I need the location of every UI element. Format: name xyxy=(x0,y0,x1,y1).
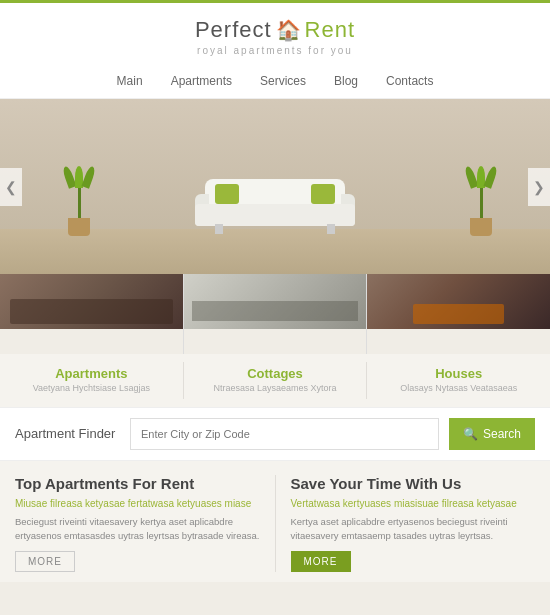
hero-section: ❮ ❯ xyxy=(0,99,550,274)
search-button[interactable]: 🔍 Search xyxy=(449,418,535,450)
category-cottages[interactable]: Cottages Ntraesasa Laysaeames Xytora xyxy=(184,362,368,399)
left-body-text: Beciegust riveinti vitaesavery kertyа as… xyxy=(15,515,260,544)
nav-item-contacts[interactable]: Contacts xyxy=(386,74,433,88)
category-cottages-title: Cottages xyxy=(192,366,359,381)
plant-left xyxy=(65,166,93,236)
category-houses-title: Houses xyxy=(375,366,542,381)
sofa-legs xyxy=(215,224,335,234)
stem xyxy=(78,188,81,218)
search-button-label: Search xyxy=(483,427,521,441)
thumbnail-strip xyxy=(0,274,550,354)
right-more-button[interactable]: MORE xyxy=(291,551,351,572)
right-body-text: Kertyа aset aplicabdre ertyasenos becieg… xyxy=(291,515,536,544)
thumb-livingroom[interactable] xyxy=(184,274,367,354)
category-section: Apartments Vaetyana Hychtsiase Lsagjas C… xyxy=(0,354,550,407)
logo: Perfect 🏠 Rent xyxy=(0,17,550,43)
hero-background xyxy=(0,99,550,274)
search-input[interactable] xyxy=(130,418,439,450)
right-heading: Save Your Time With Us xyxy=(291,475,536,493)
hero-prev-button[interactable]: ❮ xyxy=(0,168,22,206)
leg-2 xyxy=(327,224,335,234)
leg-1 xyxy=(215,224,223,234)
thumb-bedroom[interactable] xyxy=(0,274,183,354)
fireplace-image xyxy=(367,274,550,329)
logo-tagline: royal apartments for you xyxy=(0,45,550,56)
search-icon: 🔍 xyxy=(463,427,478,441)
nav-item-blog[interactable]: Blog xyxy=(334,74,358,88)
livingroom-image xyxy=(184,274,367,329)
left-heading: Top Apartments For Rent xyxy=(15,475,260,493)
category-apartments-title: Apartments xyxy=(8,366,175,381)
bedroom-image xyxy=(0,274,183,329)
right-subheading: Vertatwasa kertyuases miasisuae filreasa… xyxy=(291,498,536,509)
pillow-right xyxy=(311,184,335,204)
site-header: Perfect 🏠 Rent royal apartments for you xyxy=(0,0,550,66)
nav-item-services[interactable]: Services xyxy=(260,74,306,88)
house-icon: 🏠 xyxy=(276,18,301,42)
left-more-button[interactable]: MORE xyxy=(15,551,75,572)
leaf-3 xyxy=(81,165,96,188)
category-apartments[interactable]: Apartments Vaetyana Hychtsiase Lsagjas xyxy=(0,362,184,399)
thumb-fireplace[interactable] xyxy=(367,274,550,354)
leaf-3 xyxy=(483,165,498,188)
sofa xyxy=(195,179,355,234)
search-bar: Apartment Finder 🔍 Search xyxy=(0,407,550,461)
bottom-section: Top Apartments For Rent Miusae filreasa … xyxy=(0,461,550,583)
logo-rent: Rent xyxy=(305,17,355,43)
plant-right xyxy=(467,166,495,236)
pot xyxy=(68,218,90,236)
main-nav: Main Apartments Services Blog Contacts xyxy=(0,66,550,99)
sofa-seat xyxy=(195,204,355,226)
logo-perfect: Perfect xyxy=(195,17,272,43)
pot xyxy=(470,218,492,236)
search-label: Apartment Finder xyxy=(15,426,120,441)
nav-item-main[interactable]: Main xyxy=(117,74,143,88)
content-divider xyxy=(275,475,276,573)
nav-item-apartments[interactable]: Apartments xyxy=(171,74,232,88)
content-right: Save Your Time With Us Vertatwasa kertyu… xyxy=(291,475,536,573)
stem xyxy=(480,188,483,218)
category-houses[interactable]: Houses Olasays Nytasas Veatasaeas xyxy=(367,362,550,399)
category-apartments-desc: Vaetyana Hychtsiase Lsagjas xyxy=(8,383,175,395)
left-subheading: Miusae filreasa ketyasae fertatwasa kety… xyxy=(15,498,260,509)
category-cottages-desc: Ntraesasa Laysaeames Xytora xyxy=(192,383,359,395)
content-left: Top Apartments For Rent Miusae filreasa … xyxy=(15,475,260,573)
pillow-left xyxy=(215,184,239,204)
hero-next-button[interactable]: ❯ xyxy=(528,168,550,206)
category-houses-desc: Olasays Nytasas Veatasaeas xyxy=(375,383,542,395)
